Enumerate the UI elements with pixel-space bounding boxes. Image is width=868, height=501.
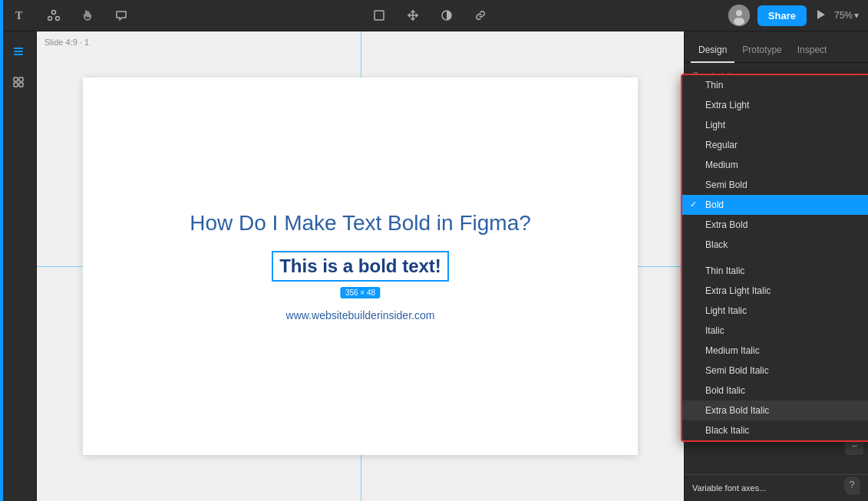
svg-point-3 (56, 17, 60, 21)
svg-rect-13 (14, 77, 18, 81)
right-panel: Design Prototype Inspect Constraints Lef… (684, 31, 868, 501)
main-area: Slide 4:9 · 1 How Do I Make Text Bold in… (0, 31, 868, 501)
help-icon[interactable]: ? (843, 476, 860, 493)
selected-element-wrapper[interactable]: This is a bold text! 356 × 48 (272, 251, 449, 282)
toolbar-left: T (9, 5, 132, 26)
hand-tool-icon[interactable] (77, 5, 98, 26)
dropdown-item-semi-bold[interactable]: Semi Bold (685, 175, 868, 195)
panel-body: Constraints Left Thin Extra Light (685, 63, 868, 501)
dropdown-item-semi-bold-italic[interactable]: Semi Bold Italic (685, 361, 868, 381)
svg-point-7 (736, 10, 742, 16)
dropdown-item-black-italic[interactable]: Black Italic (685, 420, 868, 440)
variable-font-row: Variable font axes... + (685, 474, 868, 501)
zoom-control[interactable]: 75% ▾ (834, 10, 859, 21)
dropdown-item-extra-light[interactable]: Extra Light (685, 95, 868, 115)
svg-text:T: T (15, 10, 23, 21)
tab-inspect[interactable]: Inspect (790, 38, 835, 63)
canvas-title-text: How Do I Make Text Bold in Figma? (190, 211, 531, 236)
dropdown-divider (685, 255, 868, 261)
svg-marker-9 (817, 10, 825, 19)
svg-point-8 (734, 18, 744, 25)
canvas-area[interactable]: Slide 4:9 · 1 How Do I Make Text Bold in… (37, 31, 684, 501)
move-icon[interactable] (402, 5, 424, 26)
dropdown-item-black[interactable]: Black (685, 235, 868, 255)
share-button[interactable]: Share (757, 5, 807, 26)
top-toolbar: T Share (0, 0, 868, 31)
dropdown-item-bold-italic[interactable]: Bold Italic (685, 381, 868, 400)
contrast-icon[interactable] (436, 5, 457, 26)
link-icon[interactable] (470, 5, 491, 26)
svg-point-1 (52, 11, 56, 15)
sidebar-assets-icon[interactable] (6, 70, 31, 94)
dropdown-item-regular[interactable]: Regular (685, 135, 868, 155)
dropdown-item-medium-italic[interactable]: Medium Italic (685, 341, 868, 361)
variable-font-label: Variable font axes... (692, 483, 766, 493)
dropdown-item-light-italic[interactable]: Light Italic (685, 301, 868, 321)
svg-point-2 (48, 17, 52, 21)
svg-rect-16 (19, 83, 23, 87)
slide-label: Slide 4:9 · 1 (45, 38, 89, 47)
svg-rect-14 (19, 77, 23, 81)
frame-tool-icon[interactable] (368, 5, 390, 26)
canvas-url-text: www.websitebuilderinsider.com (286, 309, 435, 321)
sidebar-layers-icon[interactable] (6, 39, 31, 64)
bold-text-element[interactable]: This is a bold text! (272, 251, 449, 282)
toolbar-center (368, 5, 491, 26)
svg-rect-12 (14, 54, 23, 55)
left-sidebar (0, 31, 37, 501)
dropdown-item-extra-bold-italic[interactable]: Extra Bold Italic (685, 400, 868, 420)
dropdown-item-extra-light-italic[interactable]: Extra Light Italic (685, 281, 868, 301)
tab-prototype[interactable]: Prototype (734, 38, 789, 63)
dropdown-item-thin-italic[interactable]: Thin Italic (685, 261, 868, 281)
play-button[interactable] (814, 8, 827, 23)
dropdown-item-light[interactable]: Light (685, 115, 868, 135)
selection-indicator (0, 31, 3, 501)
dropdown-item-extra-bold[interactable]: Extra Bold (685, 215, 868, 235)
svg-rect-15 (14, 83, 18, 87)
right-panel-tabs: Design Prototype Inspect (685, 31, 868, 63)
dropdown-item-italic[interactable]: Italic (685, 321, 868, 341)
dimension-badge: 356 × 48 (341, 287, 380, 298)
tab-design[interactable]: Design (691, 38, 734, 63)
avatar (728, 5, 750, 26)
svg-rect-11 (14, 51, 23, 52)
dropdown-item-thin[interactable]: Thin (685, 75, 868, 95)
toolbar-right: Share 75% ▾ (728, 5, 859, 26)
components-icon[interactable] (43, 5, 64, 26)
svg-rect-4 (375, 11, 384, 20)
canvas-frame[interactable]: How Do I Make Text Bold in Figma? This i… (83, 77, 638, 455)
text-tool-icon[interactable]: T (9, 5, 31, 26)
dropdown-item-bold[interactable]: Bold (685, 195, 868, 215)
font-weight-dropdown[interactable]: Thin Extra Light Light Regular Medium Se… (685, 74, 868, 442)
comment-icon[interactable] (111, 5, 132, 26)
svg-rect-10 (14, 48, 23, 49)
dropdown-item-medium[interactable]: Medium (685, 155, 868, 175)
